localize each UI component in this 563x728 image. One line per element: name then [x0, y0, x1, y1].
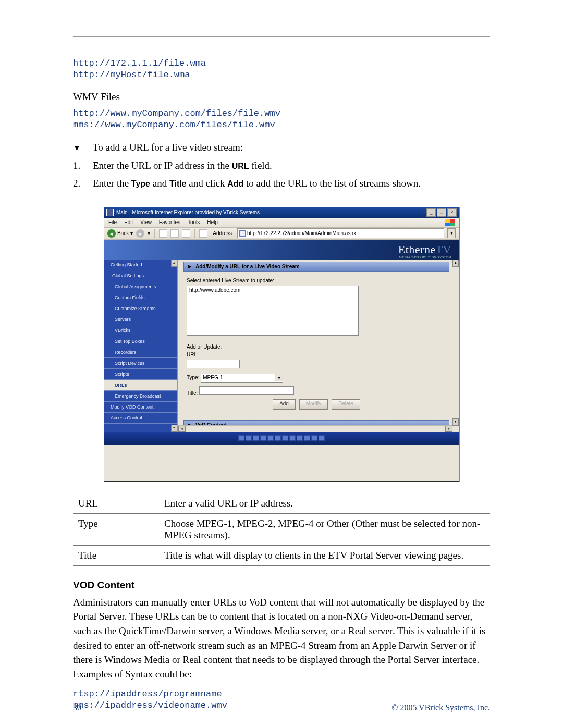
add-button[interactable]: Add	[273, 399, 296, 410]
code-line: rtsp://ipaddress/programname	[73, 688, 490, 700]
scroll-right-icon[interactable]: ▸	[445, 426, 452, 432]
vertical-scrollbar[interactable]: ▴ ▾	[452, 260, 459, 432]
step-number: 2.	[73, 176, 82, 191]
footer-indicator	[238, 435, 325, 441]
sidebar-item-recorders[interactable]: Recorders	[104, 347, 177, 358]
delete-button[interactable]: Delete	[332, 399, 360, 410]
modify-button[interactable]: Modify	[299, 399, 328, 410]
minimize-button[interactable]: _	[426, 208, 436, 217]
scroll-down-icon[interactable]: ▾	[452, 418, 459, 426]
dropdown-icon: ▾	[148, 230, 150, 236]
sidebar-item-vbricks[interactable]: VBricks	[104, 325, 177, 336]
ie-window: Main - Microsoft Internet Explorer provi…	[104, 207, 459, 482]
code-line: mms://www.myCompany.com/files/file.wmv	[73, 119, 490, 131]
maximize-button[interactable]: □	[437, 208, 446, 217]
sidebar-item-getting-started[interactable]: Getting Started	[104, 260, 177, 270]
stream-list[interactable]: http://www.adobe.com	[187, 286, 359, 336]
horizontal-scrollbar[interactable]: ◂ ▸	[178, 425, 452, 432]
titlebar: Main - Microsoft Internet Explorer provi…	[104, 207, 459, 218]
stop-icon[interactable]	[159, 229, 167, 238]
header-rule	[73, 36, 490, 37]
desc: Choose MPEG-1, MPEG-2, MPEG-4 or Other (…	[159, 513, 490, 545]
triangle-icon: ▼	[73, 140, 82, 155]
menu-favorites[interactable]: Favorites	[159, 219, 180, 225]
desc: Enter a valid URL or IP address.	[159, 493, 490, 513]
menu-edit[interactable]: Edit	[124, 219, 133, 225]
banner-subtitle: MEDIA DISTRIBUTION SYSTEM	[399, 256, 451, 259]
sidebar-item-global-assignments[interactable]: Global Assignments	[104, 281, 177, 292]
separator	[154, 229, 155, 238]
type-select[interactable]: MPEG-1	[201, 374, 283, 383]
section-title: Add/Modify a URL for a Live Video Stream	[195, 264, 300, 269]
table-row: Type Choose MPEG-1, MPEG-2, MPEG-4 or Ot…	[73, 513, 490, 545]
address-bar[interactable]: http://172.22.2.73/admin/Main/AdminMain.…	[237, 228, 444, 238]
sidebar-item-global-settings[interactable]: -Global Settings	[104, 270, 177, 281]
address-label: Address	[211, 230, 234, 236]
back-button[interactable]: ◂ Back ▾	[107, 229, 133, 238]
vod-paragraph: Administrators can manually enter URLs t…	[73, 595, 490, 681]
sidebar-item-script-devices[interactable]: Script Devices	[104, 358, 177, 369]
title-field[interactable]	[199, 386, 294, 395]
menubar: File Edit View Favorites Tools Help	[104, 218, 459, 228]
dropdown-icon: ▾	[130, 230, 133, 236]
url-field[interactable]	[187, 360, 240, 368]
step-number: 1.	[73, 158, 82, 174]
page-icon	[239, 230, 246, 237]
code-line: http://myHost/file.wma	[73, 69, 490, 81]
sidebar-item-servers[interactable]: Servers	[104, 314, 177, 325]
back-icon: ◂	[107, 229, 116, 238]
home-icon[interactable]	[182, 229, 190, 238]
scroll-left-icon[interactable]: ◂	[178, 426, 186, 432]
term: URL	[73, 493, 159, 513]
sidebar-item-scripts[interactable]: Scripts	[104, 369, 177, 380]
toolbar: ◂ Back ▾ ▸ ▾ Address http://172.22.2.73/…	[104, 228, 459, 240]
url-label: URL:	[187, 352, 199, 357]
sidebar-item-custom-fields[interactable]: Custom Fields	[104, 292, 177, 303]
history-icon[interactable]	[199, 229, 207, 238]
term: Type	[73, 513, 159, 545]
step-text: Enter the URL or IP address in the URL f…	[93, 158, 272, 174]
app-footer	[104, 432, 459, 445]
select-stream-label: Select entered Live Stream to update:	[187, 278, 446, 283]
instructions: ▼ To add a URL for a live video stream: …	[73, 140, 490, 191]
menu-tools[interactable]: Tools	[188, 219, 200, 225]
definition-table: URL Enter a valid URL or IP address. Typ…	[73, 493, 490, 566]
section-live-stream[interactable]: ▶ Add/Modify a URL for a Live Video Stre…	[183, 262, 449, 272]
copyright: © 2005 VBrick Systems, Inc.	[391, 703, 490, 712]
address-dropdown[interactable]: ▾	[447, 228, 456, 238]
page-footer: 30 © 2005 VBrick Systems, Inc.	[73, 703, 490, 712]
type-label: Type:	[187, 375, 199, 380]
desc: Title is what will display to clients in…	[159, 545, 490, 565]
vod-heading: VOD Content	[73, 579, 490, 591]
menu-file[interactable]: File	[108, 219, 117, 225]
wmv-code-block: http://www.myCompany.com/files/file.wmv …	[73, 108, 490, 131]
page-number: 30	[73, 703, 81, 712]
scroll-up-icon[interactable]: ▴	[171, 260, 177, 267]
banner-title: EtherneTV	[398, 243, 451, 256]
code-line: http://www.myCompany.com/files/file.wmv	[73, 108, 490, 119]
menu-view[interactable]: View	[140, 219, 152, 225]
list-item[interactable]: http://www.adobe.com	[189, 287, 356, 293]
scroll-down-icon[interactable]: ▾	[171, 425, 177, 432]
sidebar-item-emergency-broadcast[interactable]: Emergency Broadcast	[104, 391, 177, 402]
sidebar-item-customize-streams[interactable]: Customize Streams	[104, 303, 177, 314]
windows-flag-icon	[445, 219, 455, 226]
add-update-label: Add or Update:	[187, 344, 446, 350]
intro-text: To add a URL for a live video stream:	[93, 140, 243, 155]
wmv-heading: WMV Files	[73, 91, 490, 103]
address-value: http://172.22.2.73/admin/Main/AdminMain.…	[247, 230, 356, 236]
sidebar-item-urls[interactable]: URLs	[104, 380, 177, 391]
sidebar-item-set-top-boxes[interactable]: Set Top Boxes	[104, 336, 177, 347]
sidebar-item-access-control[interactable]: Access Control	[104, 413, 177, 424]
sidebar-item-modify-vod[interactable]: Modify VOD Content	[104, 402, 177, 413]
separator	[194, 229, 195, 238]
scroll-up-icon[interactable]: ▴	[452, 260, 459, 267]
table-row: URL Enter a valid URL or IP address.	[73, 493, 490, 513]
sidebar: ▴ Getting Started -Global Settings Globa…	[104, 260, 178, 432]
forward-button[interactable]: ▸	[136, 229, 144, 238]
menu-help[interactable]: Help	[207, 219, 218, 225]
window-title: Main - Microsoft Internet Explorer provi…	[116, 209, 260, 215]
table-row: Title Title is what will display to clie…	[73, 545, 490, 565]
close-button[interactable]: ×	[447, 208, 457, 217]
refresh-icon[interactable]	[170, 229, 179, 238]
